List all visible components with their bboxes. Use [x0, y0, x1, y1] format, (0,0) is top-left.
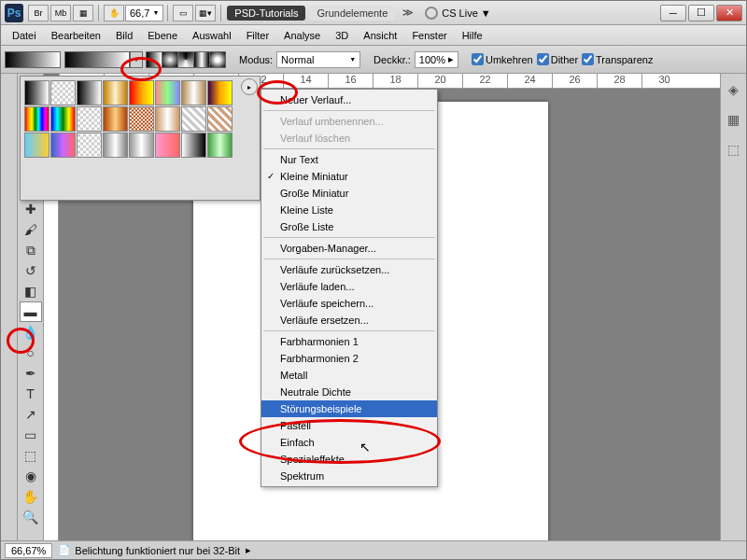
zoom-level[interactable]: 66,7▼	[125, 5, 163, 21]
menu-harmonies-1[interactable]: Farbharmonien 1	[261, 333, 437, 350]
mb-button[interactable]: Mb	[50, 5, 71, 21]
gradient-diamond-icon[interactable]	[209, 51, 226, 68]
opacity-input[interactable]: 100%▸	[415, 51, 458, 68]
gradient-swatch[interactable]	[181, 106, 206, 132]
tool-preset-swatch[interactable]	[5, 51, 61, 68]
gradient-swatch[interactable]	[24, 133, 49, 158]
gradient-swatch[interactable]	[155, 80, 180, 105]
gradient-editor-swatch[interactable]	[64, 51, 130, 68]
eraser-tool-icon[interactable]: ◧	[20, 281, 42, 301]
menu-large-list[interactable]: Große Liste	[261, 218, 437, 235]
gradient-reflected-icon[interactable]	[193, 51, 210, 68]
path-tool-icon[interactable]: ↗	[20, 404, 42, 425]
dodge-tool-icon[interactable]: ○	[20, 343, 42, 363]
heal-tool-icon[interactable]: ✚	[20, 199, 42, 219]
gradient-tool-icon[interactable]: ▬	[20, 301, 42, 322]
menu-load-gradients[interactable]: Verläufe laden...	[261, 278, 437, 295]
stamp-tool-icon[interactable]: ⧉	[20, 240, 42, 260]
menu-analyse[interactable]: Analyse	[276, 28, 328, 43]
gradient-linear-icon[interactable]	[146, 51, 162, 68]
menu-ansicht[interactable]: Ansicht	[356, 28, 404, 43]
br-button[interactable]: Br	[28, 5, 49, 21]
menu-pastels[interactable]: Pastell	[261, 417, 437, 434]
history-brush-icon[interactable]: ↺	[20, 260, 42, 281]
menu-3d[interactable]: 3D	[328, 28, 356, 43]
type-tool-icon[interactable]: T	[20, 384, 42, 404]
menu-replace-gradients[interactable]: Verläufe ersetzen...	[261, 312, 437, 329]
hand-tool-icon[interactable]: ✋	[20, 486, 42, 507]
more-icon[interactable]: ≫	[402, 7, 414, 19]
blend-mode-select[interactable]: Normal▼	[276, 51, 360, 68]
menu-harmonies-2[interactable]: Farbharmonien 2	[261, 350, 437, 367]
reverse-checkbox[interactable]: Umkehren	[472, 53, 533, 65]
menu-text-only[interactable]: Nur Text	[261, 151, 437, 168]
arrange-button[interactable]: ▦▾	[195, 5, 216, 21]
workspace-psd-tutorials[interactable]: PSD-Tutorials	[227, 6, 305, 21]
gradient-swatch[interactable]	[77, 133, 102, 158]
3d-cam-tool-icon[interactable]: ◉	[20, 466, 42, 486]
blur-tool-icon[interactable]: 💧	[20, 322, 42, 343]
swatches-panel-icon[interactable]: ▦	[726, 111, 742, 128]
dither-checkbox[interactable]: Dither	[537, 53, 578, 65]
gradient-swatch[interactable]	[155, 106, 180, 132]
menu-fenster[interactable]: Fenster	[404, 28, 454, 43]
gradient-swatch[interactable]	[155, 133, 180, 158]
brush-tool-icon[interactable]: 🖌	[20, 219, 42, 240]
menu-simple[interactable]: Einfach	[261, 434, 437, 451]
menu-noise-samples[interactable]: Störungsbeispiele	[261, 400, 437, 417]
menu-save-gradients[interactable]: Verläufe speichern...	[261, 295, 437, 312]
collapse-dock-left[interactable]	[1, 74, 18, 558]
gradient-swatch[interactable]	[24, 80, 49, 105]
menu-filter[interactable]: Filter	[239, 28, 276, 43]
gradient-swatch[interactable]	[77, 80, 102, 105]
doc-name-pill[interactable]: Grundelemente	[309, 6, 395, 21]
shape-tool-icon[interactable]: ▭	[20, 425, 42, 445]
menu-large-thumb[interactable]: Große Miniatur	[261, 185, 437, 202]
gradient-angle-icon[interactable]	[177, 51, 194, 68]
menu-preset-manager[interactable]: Vorgaben-Manager...	[261, 240, 437, 257]
status-zoom[interactable]: 66,67%	[5, 543, 52, 558]
menu-datei[interactable]: Datei	[5, 28, 44, 43]
gradient-swatch[interactable]	[50, 133, 76, 158]
menu-bearbeiten[interactable]: Bearbeiten	[44, 28, 108, 43]
menu-special-effects[interactable]: Spezialeffekte	[261, 451, 437, 468]
menu-bild[interactable]: Bild	[108, 28, 140, 43]
gradient-swatch[interactable]	[207, 106, 233, 132]
gradient-swatch[interactable]	[103, 133, 128, 158]
color-panel-icon[interactable]: ◈	[726, 81, 742, 98]
maximize-button[interactable]: ☐	[688, 5, 714, 21]
gradient-picker-flyout-icon[interactable]: ▸	[241, 78, 258, 95]
gradient-swatch[interactable]	[50, 106, 76, 132]
gradient-swatch[interactable]	[207, 80, 233, 105]
gradient-radial-icon[interactable]	[162, 51, 178, 68]
gradient-swatch[interactable]	[207, 133, 233, 158]
gradient-swatch[interactable]	[129, 133, 154, 158]
menu-hilfe[interactable]: Hilfe	[455, 28, 490, 43]
gradient-swatch[interactable]	[181, 133, 206, 158]
gradient-swatch[interactable]	[129, 80, 154, 105]
menu-small-thumb[interactable]: Kleine Miniatur	[261, 168, 437, 185]
menu-metals[interactable]: Metall	[261, 367, 437, 384]
menu-small-list[interactable]: Kleine Liste	[261, 202, 437, 218]
gradient-swatch[interactable]	[50, 80, 76, 105]
close-button[interactable]: ✕	[716, 5, 742, 21]
minimize-button[interactable]: ─	[660, 5, 686, 21]
styles-panel-icon[interactable]: ⬚	[726, 141, 742, 158]
view-extras-button[interactable]: ▭	[173, 5, 193, 21]
menu-auswahl[interactable]: Auswahl	[185, 28, 239, 43]
pen-tool-icon[interactable]: ✒	[20, 363, 42, 384]
zoom-tool-icon[interactable]: 🔍	[20, 507, 42, 527]
hand-button[interactable]: ✋	[104, 5, 124, 21]
gradient-swatch[interactable]	[103, 106, 128, 132]
menu-ebene[interactable]: Ebene	[140, 28, 185, 43]
transparency-checkbox[interactable]: Transparenz	[582, 53, 653, 65]
gradient-swatch[interactable]	[129, 106, 154, 132]
gradient-picker-dropdown[interactable]: ▼	[130, 51, 143, 68]
gradient-swatch[interactable]	[24, 106, 49, 132]
gradient-swatch[interactable]	[77, 106, 102, 132]
menu-reset-gradients[interactable]: Verläufe zurücksetzen...	[261, 261, 437, 278]
menu-new-gradient[interactable]: Neuer Verlauf...	[261, 91, 437, 108]
cs-live[interactable]: CS Live▼	[425, 7, 490, 20]
3d-tool-icon[interactable]: ⬚	[20, 445, 42, 466]
menu-neutral-density[interactable]: Neutrale Dichte	[261, 384, 437, 400]
